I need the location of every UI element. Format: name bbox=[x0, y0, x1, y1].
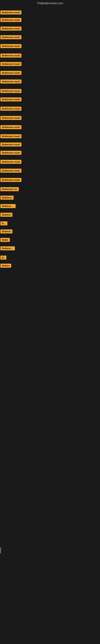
site-title: TheBottlenecker.com bbox=[0, 0, 100, 6]
bottleneck-badge: Bottleneck result bbox=[0, 44, 21, 48]
bottleneck-badge: Bottleneck result bbox=[0, 107, 21, 111]
bottleneck-badge: Bottleneck result bbox=[0, 80, 21, 84]
bottleneck-badge: Bottleneck result bbox=[0, 89, 21, 93]
bottleneck-item: Bottlen bbox=[0, 264, 11, 268]
bottleneck-item: Bottleneck result bbox=[0, 169, 21, 173]
bottleneck-badge: Bottleneck result bbox=[0, 125, 21, 129]
bottleneck-badge: Bottleneck result bbox=[0, 116, 21, 120]
bottleneck-badge: Bottleneck result bbox=[0, 54, 21, 58]
bottleneck-item: Bottleneck r bbox=[0, 204, 16, 208]
bottleneck-item: Bottleneck res bbox=[0, 187, 19, 191]
bottleneck-badge: Bottleneck result bbox=[0, 134, 21, 138]
bottleneck-badge: Bott bbox=[0, 222, 7, 226]
bottleneck-badge: Bottleneck result bbox=[0, 71, 21, 75]
bottleneck-badge: Bottleneck result bbox=[0, 142, 21, 146]
bottleneck-badge: Bottlen bbox=[0, 264, 11, 268]
bottleneck-item: Bottleneck result bbox=[0, 62, 21, 66]
bottleneck-badge: Bottleneck bbox=[0, 246, 15, 250]
bottleneck-badge: Bottleneck result bbox=[0, 26, 21, 30]
bottleneck-item: Bottlenec bbox=[0, 196, 14, 200]
bottleneck-badge: Bottleneck r bbox=[0, 204, 16, 208]
bottleneck-item: Bottleneck result bbox=[0, 26, 21, 30]
bottleneck-badge: Bottleneck result bbox=[0, 35, 21, 39]
bottleneck-badge: Bottleneck result bbox=[0, 151, 21, 155]
bottleneck-item: Bottleneck result bbox=[0, 107, 21, 111]
bottleneck-badge: Bottleneck result bbox=[0, 62, 21, 66]
bottleneck-item: Bottleneck result bbox=[0, 134, 21, 138]
bottleneck-badge: Bottleneck result bbox=[0, 10, 21, 14]
bottleneck-item: Bottleneck result bbox=[0, 125, 21, 129]
bottleneck-badge: Bottleneck result bbox=[0, 169, 21, 173]
bottleneck-item: Bottleneck result bbox=[0, 116, 21, 120]
bottleneck-item: Bottleneck bbox=[0, 246, 15, 250]
bottleneck-badge: Bottleneck result bbox=[0, 18, 21, 22]
bottleneck-item: Bottleneck result bbox=[0, 44, 21, 48]
bottleneck-item: Bottleneck result bbox=[0, 18, 21, 22]
bottleneck-badge: Bottlene bbox=[0, 213, 12, 217]
bottleneck-badge: Bottleneck res bbox=[0, 187, 19, 191]
bottleneck-badge: Bottleneck result bbox=[0, 178, 21, 182]
bottleneck-item: Bott bbox=[0, 222, 7, 226]
bottleneck-item: Bottleneck result bbox=[0, 151, 21, 155]
bottleneck-item: Bottleneck result bbox=[0, 98, 21, 102]
bottleneck-item: Bottle bbox=[0, 238, 10, 242]
bottleneck-item: Bottlene bbox=[0, 213, 12, 217]
cursor-line bbox=[0, 548, 1, 554]
bottleneck-badge: Bottlenec bbox=[0, 196, 14, 200]
bottleneck-item: Bottleneck result bbox=[0, 178, 21, 182]
bottleneck-item: Bottleneck result bbox=[0, 35, 21, 39]
bottleneck-item: Bottleneck result bbox=[0, 142, 21, 146]
bottleneck-badge: Bot bbox=[0, 256, 6, 260]
bottleneck-item: Bottleneck result bbox=[0, 89, 21, 93]
bottleneck-badge: Bottle bbox=[0, 238, 10, 242]
bottleneck-item: Bottleneck result bbox=[0, 54, 21, 58]
bottleneck-badge: Bottlene bbox=[0, 230, 12, 234]
bottleneck-item: Bottleneck result bbox=[0, 160, 21, 164]
bottleneck-item: Bottleneck result bbox=[0, 71, 21, 75]
bottleneck-badge: Bottleneck result bbox=[0, 98, 21, 102]
bottleneck-item: Bot bbox=[0, 256, 6, 260]
bottleneck-item: Bottlene bbox=[0, 230, 12, 234]
bottleneck-item: Bottleneck result bbox=[0, 10, 21, 14]
bottleneck-badge: Bottleneck result bbox=[0, 160, 21, 164]
bottleneck-item: Bottleneck result bbox=[0, 80, 21, 84]
